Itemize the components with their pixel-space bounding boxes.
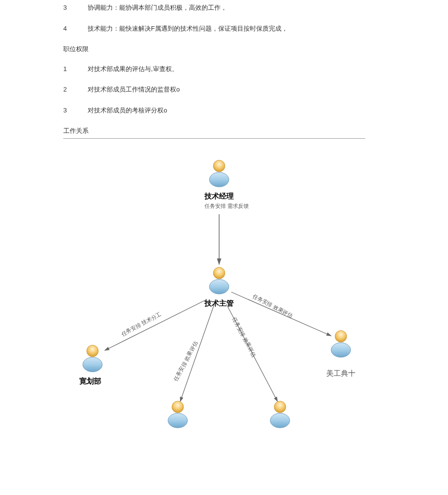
svg-point-11	[331, 343, 351, 357]
node-sublabel: 任务安排 需求反馈	[205, 202, 234, 210]
item-number: 3	[63, 3, 88, 13]
item-number: 3	[63, 106, 88, 116]
svg-point-13	[168, 413, 187, 428]
item-text: 对技术部成员工作情况的监督权o	[88, 85, 448, 95]
svg-point-5	[209, 172, 229, 187]
node-tech-manager: 技术经理 任务安排 需求反馈	[205, 158, 234, 210]
item-number: 1	[63, 64, 88, 74]
node-label: 技术主管	[205, 299, 234, 308]
item-number: 4	[63, 24, 88, 34]
node-member-2	[265, 399, 295, 430]
svg-point-6	[213, 160, 225, 172]
node-label: 美工典十	[326, 369, 355, 378]
svg-line-3	[180, 304, 214, 402]
node-member-1	[163, 399, 192, 430]
svg-point-8	[213, 267, 225, 279]
person-icon	[207, 265, 231, 294]
node-planning-dept: 寛划部	[78, 343, 107, 386]
svg-point-10	[87, 345, 98, 357]
list-item: 3 对技术部成员的考核评分权o	[63, 106, 448, 116]
person-icon	[268, 399, 292, 428]
person-icon	[329, 329, 353, 358]
svg-point-15	[270, 413, 290, 428]
list-item: 4 技术能力：能快速解决F属遇到的技术性问题，保证项目按时保质完成，	[63, 24, 448, 34]
item-text: 对技术部成果的评估与,审查权。	[88, 64, 448, 74]
person-icon	[80, 343, 105, 372]
person-icon	[166, 399, 190, 428]
person-icon	[207, 158, 231, 187]
svg-point-9	[83, 357, 102, 372]
item-text: 技术能力：能快速解决F属遇到的技术性问题，保证项目按时保质完成，	[88, 24, 448, 34]
list-item: 1 对技术部成果的评估与,审查权。	[63, 64, 448, 74]
item-text: 对技术部成员的考核评分权o	[88, 106, 448, 116]
item-number: 2	[63, 85, 88, 95]
node-art-dept: 美工典十	[326, 329, 355, 378]
svg-point-12	[335, 330, 347, 342]
svg-point-16	[274, 401, 286, 413]
section-heading-authority: 职位权限	[63, 45, 448, 54]
node-tech-lead: 技术主管	[205, 265, 234, 308]
list-item: 2 对技术部成员工作情况的监督权o	[63, 85, 448, 95]
org-diagram: 技术经理 任务安排 需求反馈 技术主管 寛划部 美工典十	[49, 158, 390, 460]
item-text: 协调能力：能协调本部门成员积极，高效的工作，	[88, 3, 448, 13]
node-label: 寛划部	[73, 377, 107, 386]
svg-point-7	[209, 279, 229, 294]
node-label: 技术经理	[205, 192, 234, 201]
list-item: 3 协调能力：能协调本部门成员积极，高效的工作，	[63, 3, 448, 13]
section-heading-relations: 工作关系	[63, 127, 365, 139]
svg-point-14	[172, 401, 184, 413]
